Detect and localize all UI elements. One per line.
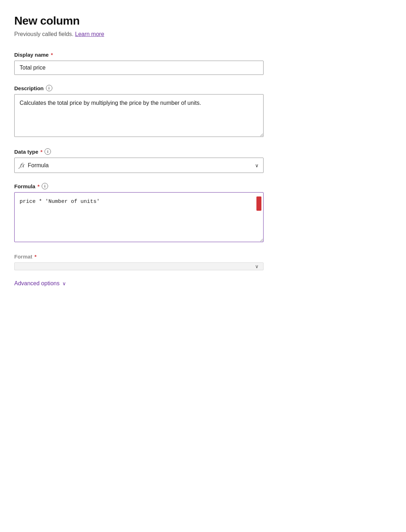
advanced-options-toggle[interactable]: Advanced options ∨ — [14, 280, 392, 287]
required-indicator: * — [35, 254, 37, 260]
learn-more-link[interactable]: Learn more — [75, 31, 104, 37]
page-title: New column — [14, 14, 392, 27]
formula-info-icon[interactable]: i — [42, 183, 48, 189]
formula-label: Formula * i — [14, 183, 264, 189]
format-field: Format * ∨ — [14, 254, 264, 270]
formula-error-indicator — [256, 196, 261, 211]
required-indicator: * — [37, 183, 40, 189]
formula-field: Formula * i price * 'Number of units' — [14, 183, 264, 244]
advanced-options-chevron-icon: ∨ — [62, 281, 66, 286]
formula-input[interactable]: price * 'Number of units' — [14, 192, 264, 242]
data-type-field: Data type * i 𝑓𝑥 Formula ∨ — [14, 148, 264, 173]
description-label: Description i — [14, 85, 264, 91]
display-name-input[interactable] — [14, 61, 264, 75]
description-info-icon[interactable]: i — [46, 85, 52, 91]
description-input[interactable]: Calculates the total price by multiplyin… — [14, 94, 264, 137]
format-label: Format * — [14, 254, 264, 260]
format-select-wrapper: ∨ — [14, 262, 264, 270]
formula-fx-icon: 𝑓𝑥 — [20, 162, 24, 169]
required-indicator: * — [51, 52, 53, 58]
data-type-label: Data type * i — [14, 148, 264, 155]
data-type-select[interactable]: 𝑓𝑥 Formula — [14, 158, 264, 173]
data-type-info-icon[interactable]: i — [45, 148, 51, 155]
description-field: Description i Calculates the total price… — [14, 85, 264, 138]
required-indicator: * — [41, 149, 43, 155]
data-type-value: Formula — [28, 162, 49, 169]
display-name-field: Display name * — [14, 52, 264, 75]
format-select[interactable] — [14, 262, 264, 270]
formula-wrapper: price * 'Number of units' — [14, 192, 264, 244]
display-name-label: Display name * — [14, 52, 264, 58]
advanced-options-label: Advanced options — [14, 280, 59, 287]
data-type-select-wrapper: 𝑓𝑥 Formula ∨ — [14, 158, 264, 173]
page-subtitle: Previously called fields. Learn more — [14, 31, 392, 37]
